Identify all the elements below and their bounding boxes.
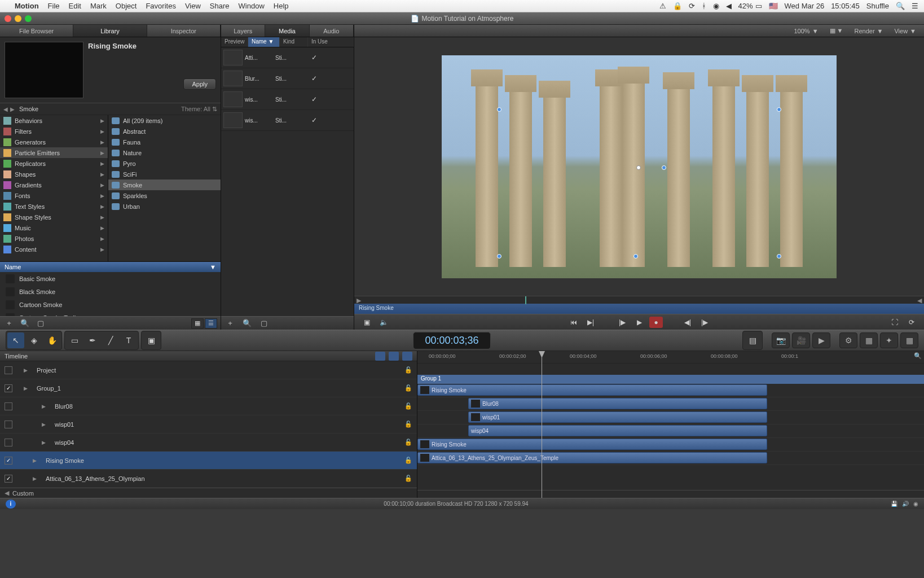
category-replicators[interactable]: Replicators▶ [0,158,108,169]
folder-fauna[interactable]: Fauna [108,137,221,147]
tab-layers[interactable]: Layers [221,25,265,37]
asset-cartoon-smoke-trail[interactable]: Cartoon Smoke Trail [0,311,221,316]
warning-icon[interactable]: ⚠ [659,2,666,10]
category-gradients[interactable]: Gradients▶ [0,179,108,190]
selection-handle-bl[interactable] [497,254,501,259]
color-channels[interactable]: ▦ ▼ [826,27,847,34]
clip-wisp04[interactable]: wisp04 [468,425,767,436]
hud-button[interactable]: ▤ [744,332,761,348]
media-row[interactable]: Atti...Sti...✓ [221,47,354,68]
info-button[interactable]: i [6,500,16,509]
category-behaviors[interactable]: Behaviors▶ [0,115,108,126]
audio-icon[interactable]: 🔊 [902,501,909,507]
wifi-icon[interactable]: ◉ [713,2,719,10]
col-in-use[interactable]: In Use [308,37,354,47]
category-shape-styles[interactable]: Shape Styles▶ [0,212,108,222]
text-tool[interactable]: T [120,332,137,348]
tab-file-browser[interactable]: File Browser [0,25,73,37]
stack-button[interactable]: ▢ [35,318,46,329]
mask-tool[interactable]: ▣ [143,332,160,348]
apply-button[interactable]: Apply [183,78,216,90]
media-row[interactable]: wis...Sti...✓ [221,110,354,131]
media-row[interactable]: Blur...Sti...✓ [221,68,354,89]
category-fonts[interactable]: Fonts▶ [0,190,108,201]
menu-mark[interactable]: Mark [90,2,107,10]
theme-value[interactable]: All [204,106,210,112]
folder-smoke[interactable]: Smoke [108,179,221,190]
timeline-tracks[interactable]: 🔍 00:00:00;0000:00:02;0000:00:04;0000:00… [417,351,924,498]
fullscreen-button[interactable]: ⛶ [888,317,901,328]
zoom-menu[interactable]: 100% ▼ [791,28,822,34]
close-window[interactable] [5,15,11,22]
media-add[interactable]: + [225,318,236,329]
add-behavior[interactable]: ⚙ [839,332,857,348]
clip-rising-smoke[interactable]: Rising Smoke [417,439,767,450]
bluetooth-icon[interactable]: ᚼ [702,2,706,10]
timeline-zoom-label[interactable]: Custom [12,490,34,497]
category-text-styles[interactable]: Text Styles▶ [0,201,108,212]
minimize-window[interactable] [15,15,21,22]
timeline-layer-wisp01[interactable]: ▶wisp01🔓 [0,415,417,434]
folder-nature[interactable]: Nature [108,147,221,158]
anchor-point[interactable] [636,165,641,170]
col-kind[interactable]: Kind [280,37,308,47]
make-particles[interactable]: ✦ [880,332,898,348]
line-tool[interactable]: ╱ [102,332,119,348]
search-button[interactable]: 🔍 [19,318,30,329]
nav-path[interactable]: Smoke [19,106,38,112]
media-row[interactable]: wis...Sti...✓ [221,89,354,110]
add-camera[interactable]: 📷 [772,332,790,348]
folder-scifi[interactable]: SciFi [108,169,221,179]
col-name[interactable]: Name ▼ [248,37,280,47]
menu-window[interactable]: Window [239,2,265,10]
tab-media[interactable]: Media [265,25,309,37]
loop-button[interactable]: ⟳ [905,317,918,328]
zoom-window[interactable] [25,15,32,22]
folder-pyro[interactable]: Pyro [108,158,221,169]
category-generators[interactable]: Generators▶ [0,137,108,147]
selection-handle-br[interactable] [777,254,781,259]
timecode-display[interactable]: 00:00:03;36 [413,332,490,349]
tab-audio[interactable]: Audio [310,25,354,37]
clip-attica-06-13-athens-25-olympian-zeus-temple[interactable]: Attica_06_13_Athens_25_Olympian_Zeus_Tem… [417,452,767,463]
canvas[interactable] [354,37,924,296]
media-stack[interactable]: ▢ [258,318,270,329]
menu-object[interactable]: Object [116,2,137,10]
folder-urban[interactable]: Urban [108,201,221,212]
tl-keyframe-toggle[interactable] [389,352,399,361]
grid-view[interactable]: ▦ [191,318,204,329]
pan-tool[interactable]: ✋ [43,332,60,348]
add-filter[interactable]: ▦ [860,332,878,348]
timeline-layer-wisp04[interactable]: ▶wisp04🔓 [0,434,417,452]
folder-all-209-items-[interactable]: All (209 items) [108,115,221,126]
selection-handle-tl[interactable] [497,107,501,112]
clip-wisp01[interactable]: wisp01 [468,411,767,423]
folder-abstract[interactable]: Abstract [108,126,221,137]
add-generator[interactable]: ▶ [812,332,830,348]
tl-audio-toggle[interactable] [402,352,412,361]
add-button[interactable]: + [3,318,15,329]
lock-icon[interactable]: 🔒 [673,2,682,10]
group-header[interactable]: Group 1 [417,375,924,384]
nav-back[interactable]: ◀ [3,106,8,112]
battery-status[interactable]: 42% ▭ [738,2,762,10]
menu-share[interactable]: Share [210,2,230,10]
ram-icon[interactable]: ◉ [913,501,918,507]
selection-handle-bm[interactable] [633,254,638,259]
rect-tool[interactable]: ▭ [66,332,83,348]
asset-black-smoke[interactable]: Black Smoke [0,285,221,298]
tab-library[interactable]: Library [73,25,147,37]
add-light[interactable]: 🎥 [792,332,810,348]
play-button[interactable]: ▶ [632,317,646,328]
mini-timeline[interactable]: ▶ ◀ [354,296,924,304]
app-menu[interactable]: Motion [15,2,39,10]
asset-basic-smoke[interactable]: Basic Smoke [0,272,221,285]
category-content[interactable]: Content▶ [0,244,108,255]
render-menu[interactable]: Render ▼ [851,28,886,34]
menu-help[interactable]: Help [274,2,289,10]
select-tool[interactable]: ↖ [7,332,24,348]
timeline-layer-blur08[interactable]: ▶Blur08🔓 [0,397,417,415]
notification-icon[interactable]: ☰ [912,2,918,10]
view-menu[interactable]: View ▼ [891,28,919,34]
selection-handle-tr[interactable] [777,107,781,112]
